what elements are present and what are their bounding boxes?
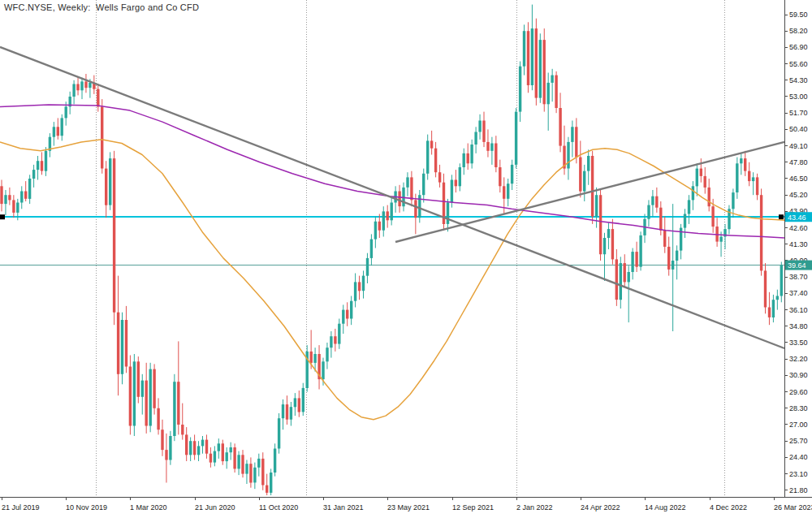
price-axis-label: 59.50 (789, 11, 808, 19)
price-axis-label: 32.20 (789, 355, 808, 363)
candle-up (4, 190, 6, 215)
candle-down (317, 345, 320, 389)
candle-down (24, 181, 27, 201)
candle-up (478, 114, 481, 140)
candle-down (233, 443, 235, 473)
candle-up (362, 270, 365, 298)
candle-up (459, 163, 461, 191)
candle-up (547, 73, 550, 131)
candle-down (387, 205, 389, 228)
candle-down (153, 364, 155, 414)
price-axis-label: 34.80 (789, 322, 808, 330)
candle-up (631, 248, 633, 280)
candle-down (543, 28, 546, 112)
candle-up (338, 319, 340, 349)
price-axis-label: 54.30 (789, 76, 808, 84)
candle-up (169, 431, 171, 465)
candle-down (117, 276, 119, 396)
ascending-support-line[interactable] (395, 142, 784, 242)
candle-down (298, 391, 300, 417)
candle-down (286, 395, 288, 425)
candle-up (197, 441, 200, 461)
candle-up (406, 172, 408, 196)
price-axis-label: 24.40 (789, 453, 808, 461)
candle-down (744, 151, 746, 176)
candle-down (113, 151, 115, 325)
candle-down (346, 302, 348, 326)
candle-down (486, 129, 489, 157)
candle-down (748, 162, 750, 187)
price-axis-label: 46.50 (789, 175, 808, 183)
candle-down (157, 398, 159, 434)
candle-up (49, 133, 51, 158)
candle-up (539, 33, 542, 103)
candle-down (165, 434, 167, 483)
line-anchor-marker[interactable] (0, 214, 5, 219)
date-axis-label: 11 Oct 2020 (259, 503, 298, 512)
candle-down (708, 179, 710, 211)
candle-up (490, 137, 493, 165)
candle-up (253, 463, 256, 490)
price-axis-label: 56.90 (789, 43, 808, 51)
candle-down (12, 195, 15, 218)
candle-up (587, 149, 590, 185)
candle-down (222, 440, 224, 465)
descending-channel-line[interactable] (0, 47, 784, 348)
moving-average-fast-line (0, 140, 784, 420)
candle-down (76, 76, 79, 95)
candle-up (418, 190, 421, 222)
candle-down (768, 292, 771, 325)
candle-up (620, 257, 622, 309)
date-axis-label: 21 Jul 2019 (2, 503, 40, 512)
candle-down (667, 237, 670, 276)
candle-down (579, 140, 581, 197)
candle-up (37, 156, 39, 180)
candle-down (611, 219, 614, 265)
candle-down (559, 93, 561, 152)
candle-up (603, 233, 606, 281)
candle-up (290, 402, 292, 426)
candle-down (467, 144, 469, 171)
price-axis-label: 41.30 (789, 240, 808, 248)
candle-down (137, 356, 140, 404)
candle-up (628, 265, 630, 322)
candle-up (696, 163, 698, 196)
candle-down (266, 474, 268, 495)
candle-up (519, 62, 521, 123)
candle-up (201, 436, 204, 454)
price-axis-label: 42.60 (789, 224, 808, 232)
candle-up (515, 108, 517, 169)
candle-up (69, 92, 71, 114)
candle-down (410, 171, 412, 207)
candle-down (101, 99, 103, 174)
date-axis-label: 26 Mar 2023 (774, 503, 812, 512)
candle-up (257, 454, 260, 477)
price-axis-label: 58.20 (789, 27, 808, 35)
candle-down (704, 167, 706, 194)
date-axis-label: 4 Dec 2022 (710, 503, 747, 512)
price-axis-label: 50.40 (789, 125, 808, 133)
date-axis-label: 21 Jun 2020 (195, 503, 235, 512)
candle-down (181, 404, 184, 440)
price-axis-label: 49.10 (789, 142, 808, 150)
candle-up (723, 224, 726, 249)
candle-up (651, 190, 654, 217)
candle-up (226, 447, 228, 468)
line-anchor-marker[interactable] (779, 214, 784, 219)
candle-up (474, 127, 477, 153)
price-axis-label: 29.60 (789, 388, 808, 396)
candle-up (173, 374, 175, 441)
price-axis-label: 38.70 (789, 273, 808, 281)
candle-down (334, 329, 336, 352)
price-chart-canvas[interactable]: 59.5058.2056.9055.6054.3053.0051.7050.40… (0, 0, 812, 518)
price-axis-label: 53.00 (789, 93, 808, 101)
candle-up (189, 438, 192, 462)
candle-up (647, 200, 650, 227)
candle-down (241, 450, 244, 477)
candle-down (434, 142, 437, 178)
candle-up (32, 165, 35, 188)
candle-down (655, 188, 658, 213)
candle-up (133, 354, 136, 436)
candle-down (185, 427, 188, 461)
candle-up (688, 195, 690, 224)
